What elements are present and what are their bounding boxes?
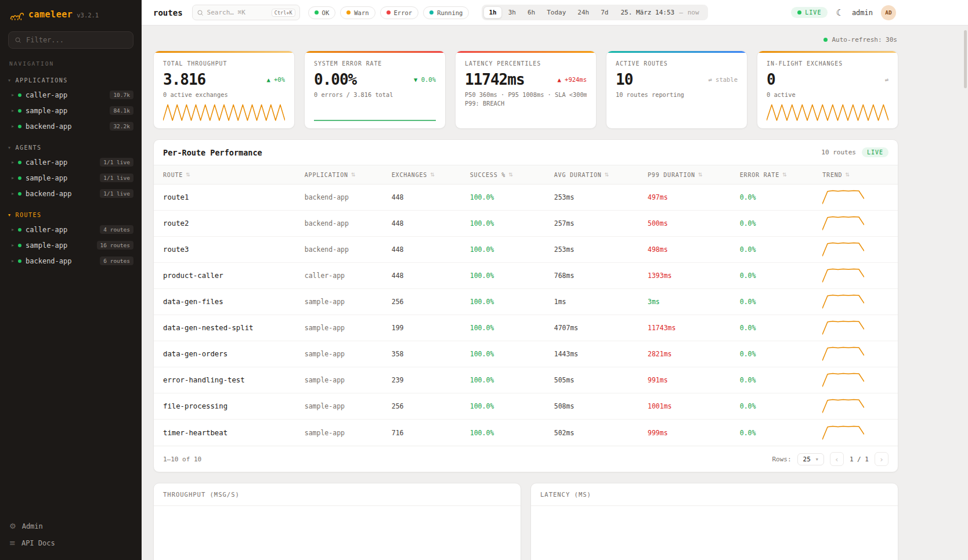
cell-avg-duration: 253ms (554, 245, 648, 254)
auto-refresh-indicator: Auto-refresh: 30s (153, 32, 898, 50)
sidebar-item-label: backend-app (26, 257, 71, 265)
cell-p99-duration: 1393ms (648, 272, 740, 280)
sidebar-filter-input[interactable]: Filter... (8, 31, 133, 49)
avatar[interactable]: AD (881, 5, 896, 20)
sidebar-item-application[interactable]: ▸ backend-app 32.2k (0, 118, 142, 134)
trend-sparkline (822, 346, 864, 362)
column-header-sort[interactable]: ERROR RATE ⇅ (740, 172, 823, 178)
cell-exchanges: 448 (392, 272, 470, 280)
chevron-right-icon: ▸ (12, 243, 14, 248)
per-route-performance-panel: Per-Route Performance 10 routes LIVE ROU… (153, 139, 898, 472)
time-range-button[interactable]: 3h (503, 6, 521, 19)
table-row[interactable]: route1 backend-app 448 100.0% 253ms 497m… (154, 185, 898, 211)
sidebar-item-application[interactable]: ▸ caller-app 10.7k (0, 87, 142, 103)
sidebar-item-agent[interactable]: ▸ caller-app 1/1 live (0, 154, 142, 170)
app-version: v3.2.1 (77, 12, 99, 19)
sidebar: cameleer v3.2.1 Filter... NAVIGATION ▾ A… (0, 0, 142, 560)
column-header-sort[interactable]: APPLICATION ⇅ (305, 172, 392, 178)
section-header-applications[interactable]: ▾ APPLICATIONS (0, 76, 142, 87)
cell-route: error-handling-test (163, 376, 305, 384)
table-row[interactable]: file-processing sample-app 256 100.0% 50… (154, 393, 898, 420)
sidebar-item-agent[interactable]: ▸ sample-app 1/1 live (0, 170, 142, 186)
theme-toggle-moon-icon[interactable]: ☾ (836, 8, 843, 18)
time-range-button[interactable]: 6h (522, 6, 540, 19)
filter-chip[interactable]: Error (380, 6, 419, 19)
chevron-down-icon: ▾ (8, 78, 12, 83)
column-header-sort[interactable]: P99 DURATION ⇅ (648, 172, 740, 178)
cell-success: 100.0% (470, 402, 554, 410)
table-row[interactable]: data-gen-files sample-app 256 100.0% 1ms… (154, 289, 898, 315)
sidebar-item-route-group[interactable]: ▸ backend-app 6 routes (0, 253, 142, 269)
column-header-sort[interactable]: EXCHANGES ⇅ (392, 172, 470, 178)
prev-page-button[interactable]: ‹ (830, 452, 844, 466)
cell-success: 100.0% (470, 193, 554, 201)
column-header-sort[interactable]: TREND ⇅ (822, 172, 888, 178)
cell-avg-duration: 1ms (554, 298, 648, 306)
cell-error-rate: 0.0% (740, 245, 823, 254)
sidebar-item-api-docs[interactable]: ≡ API Docs (9, 535, 132, 551)
sidebar-item-route-group[interactable]: ▸ sample-app 16 routes (0, 237, 142, 253)
section-label: ROUTES (16, 212, 42, 218)
kpi-title: ACTIVE ROUTES (616, 60, 738, 67)
table-row[interactable]: timer-heartbeat sample-app 716 100.0% 50… (154, 420, 898, 446)
global-search-input[interactable]: Search… ⌘K Ctrl+K (192, 5, 300, 20)
sidebar-item-agent[interactable]: ▸ backend-app 1/1 live (0, 186, 142, 201)
section-agents: ▾ AGENTS ▸ caller-app 1/1 live ▸ s (0, 143, 142, 201)
live-label: LIVE (805, 9, 821, 16)
cell-application: sample-app (305, 324, 392, 332)
sidebar-item-label: caller-app (26, 158, 67, 167)
time-range-button[interactable]: 1h (483, 6, 501, 19)
live-badge: LIVE (862, 147, 888, 157)
section-header-routes[interactable]: ▾ ROUTES (0, 211, 142, 222)
column-header-sort[interactable]: SUCCESS % ⇅ (470, 172, 554, 178)
cell-p99-duration: 1001ms (648, 402, 740, 410)
table-row[interactable]: route3 backend-app 448 100.0% 253ms 498m… (154, 237, 898, 263)
cell-route: route1 (163, 193, 305, 201)
table-row[interactable]: route2 backend-app 448 100.0% 257ms 500m… (154, 211, 898, 237)
column-header-sort[interactable]: ROUTE ⇅ (163, 172, 305, 178)
table-row[interactable]: data-gen-orders sample-app 358 100.0% 14… (154, 341, 898, 367)
filter-chip[interactable]: Running (423, 6, 469, 19)
shortcut-badge: Ctrl+K (272, 9, 295, 17)
cell-route: file-processing (163, 402, 305, 410)
time-range-label: Today (547, 9, 566, 16)
sidebar-item-label: Admin (22, 522, 43, 530)
sidebar-item-route-group[interactable]: ▸ caller-app 4 routes (0, 222, 142, 237)
sidebar-item-admin[interactable]: ⚙ Admin (9, 518, 132, 534)
docs-icon: ≡ (9, 539, 16, 547)
trend-sparkline (822, 242, 864, 257)
filter-chip[interactable]: Warn (340, 6, 375, 19)
table-row[interactable]: data-gen-nested-split sample-app 199 100… (154, 315, 898, 341)
column-header-sort[interactable]: AVG DURATION ⇅ (554, 172, 648, 178)
status-dot (18, 93, 21, 97)
sort-icon: ⇅ (186, 172, 190, 178)
table-row[interactable]: error-handling-test sample-app 239 100.0… (154, 367, 898, 393)
kpi-subtext: 0 active exchanges (163, 91, 285, 98)
next-page-button[interactable]: › (875, 452, 888, 466)
filter-chip[interactable]: OK (308, 6, 336, 19)
status-dot (18, 192, 21, 196)
sort-icon: ⇅ (430, 172, 435, 178)
column-label: EXCHANGES (392, 172, 427, 178)
kpi-subtext: P50 360ms · P95 1008ms · SLA <300ms (465, 91, 587, 98)
sidebar-item-label: backend-app (26, 190, 71, 198)
column-label: APPLICATION (305, 172, 348, 178)
kpi-title: IN-FLIGHT EXCHANGES (767, 60, 888, 67)
rows-per-page-select[interactable]: 25 ▾ (797, 453, 824, 465)
trend-sparkline (822, 190, 864, 205)
sidebar-item-badge: 1/1 live (100, 158, 133, 167)
scrollbar-thumb[interactable] (964, 30, 967, 88)
time-range-button[interactable]: Today (541, 6, 571, 19)
cell-p99-duration: 999ms (648, 429, 740, 437)
sidebar-item-application[interactable]: ▸ sample-app 84.1k (0, 103, 142, 118)
section-header-agents[interactable]: ▾ AGENTS (0, 143, 142, 154)
time-range-button[interactable]: 24h (572, 6, 594, 19)
live-badge[interactable]: LIVE (791, 7, 828, 18)
column-label: ROUTE (163, 172, 183, 178)
date-range-separator: — (679, 9, 683, 16)
date-range[interactable]: 25. März 14:53 — now (613, 9, 706, 16)
time-range-button[interactable]: 7d (595, 6, 613, 19)
kpi-inflight-exchanges: IN-FLIGHT EXCHANGES 0 ⇌ 0 active (757, 50, 898, 129)
table-row[interactable]: product-caller caller-app 448 100.0% 768… (154, 263, 898, 289)
logo[interactable]: cameleer v3.2.1 (0, 0, 142, 26)
